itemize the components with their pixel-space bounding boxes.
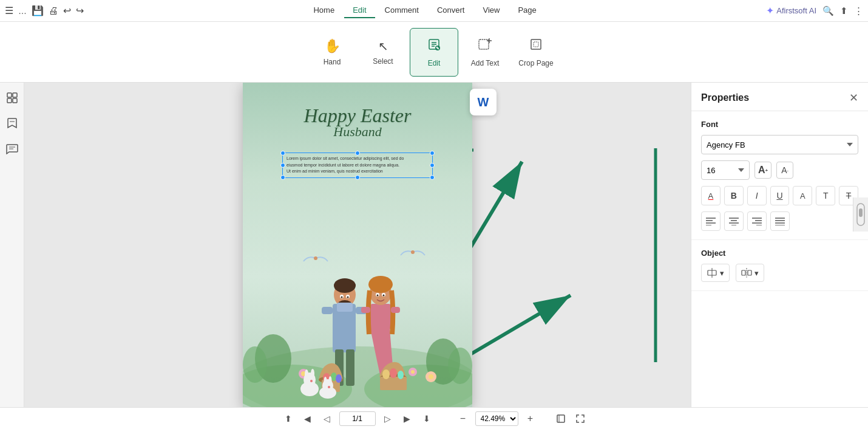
font-section-label: Font [701,120,858,129]
increase-font-size-button[interactable]: A+ [754,162,771,179]
resize-handle-bl[interactable] [280,175,285,180]
right-panel-scroll[interactable] [853,197,868,232]
font-family-select[interactable]: Agency FB Arial Times New Roman Calibri [701,135,858,154]
svg-point-60 [382,369,390,379]
svg-point-73 [305,369,308,379]
bold-icon: B [731,191,737,201]
font-family-row: Agency FB Arial Times New Roman Calibri [701,135,858,154]
distribute-dropdown-arrow: ▾ [754,269,759,278]
distribute-object-button[interactable]: ▾ [736,264,764,282]
redo-icon[interactable]: ↪ [76,5,84,16]
resize-handle-ml[interactable] [280,163,285,168]
crop-page-tool-label: Crop Page [518,59,553,67]
add-text-tool-button[interactable]: Add Text [461,28,509,77]
properties-panel: Properties ✕ Font Agency FB Arial Times … [691,83,868,407]
align-center-button[interactable] [724,211,744,231]
svg-point-46 [368,276,393,293]
text-style-button[interactable]: T [816,186,835,205]
sidebar-thumbnails-icon[interactable] [3,89,21,107]
italic-button[interactable]: I [747,186,767,205]
object-section: Object ▾ ▾ [691,240,868,291]
font-section: Font Agency FB Arial Times New Roman Cal… [691,111,868,240]
tab-convert[interactable]: Convert [429,3,473,18]
select-tool-button[interactable]: ↖ Select [359,28,407,77]
undo-icon[interactable]: ↩ [63,5,71,16]
hand-tool-button[interactable]: ✋ Hand [308,28,356,77]
ai-star-icon: ✦ [766,5,774,16]
resize-handle-mr[interactable] [430,163,435,168]
font-size-row: 16 8 10 12 14 18 24 36 48 72 A+ A- [701,160,858,180]
object-section-label: Object [701,249,858,258]
save-icon[interactable]: 💾 [32,5,44,16]
font-color-button[interactable]: A [701,186,721,205]
edit-tool-button[interactable]: ✎ Edit [410,28,458,77]
text-selection-box[interactable]: Lorem ipsum dolor sit amet, consectetur … [282,153,433,178]
print-icon[interactable]: 🖨 [49,5,58,16]
couple-illustration [243,201,472,407]
ai-button[interactable]: ✦ Afirstsoft AI [766,5,816,16]
underline-icon: U [776,191,782,201]
lorem-text-content: Lorem ipsum dolor sit amet, consectetur … [283,153,432,177]
svg-rect-9 [531,39,541,49]
distribute-object-icon [741,267,752,278]
next-button2[interactable]: ▷ [381,411,395,426]
edit-tool-label: Edit [428,59,441,67]
menu-bar: ☰ … 💾 🖨 ↩ ↪ Home Edit Comment Convert Vi… [0,0,868,22]
tab-comment[interactable]: Comment [376,3,427,18]
edit-icon: ✎ [427,37,441,55]
resize-handle-br[interactable] [430,175,435,180]
fullscreen-button[interactable] [573,411,588,426]
resize-handle-bm[interactable] [355,175,360,180]
sidebar-comments-icon[interactable] [3,140,21,158]
resize-handle-tl[interactable] [280,151,285,156]
more-icon[interactable]: … [18,6,27,16]
menu-dots-icon[interactable]: ⋮ [854,5,863,16]
strikethrough-icon: T [846,191,852,201]
svg-point-69 [314,256,317,260]
add-text-tool-label: Add Text [471,59,499,67]
tab-edit[interactable]: Edit [344,3,375,18]
last-page-button[interactable]: ⬇ [419,411,434,426]
card-background: Happy Easter Husband Lorem ipsum dolor s… [243,83,472,407]
crop-page-tool-button[interactable]: Crop Page [512,28,560,77]
svg-text:✎: ✎ [436,46,439,50]
text-color-button[interactable]: A [793,186,812,205]
hamburger-icon[interactable]: ☰ [5,5,13,16]
align-justify-icon [775,217,785,225]
svg-rect-43 [337,303,353,312]
word-badge-button[interactable]: W [470,89,497,115]
decrease-font-size-button[interactable]: A- [776,162,793,179]
upload-icon[interactable]: ⬆ [840,5,848,16]
search-icon[interactable]: 🔍 [822,5,834,16]
tab-home[interactable]: Home [305,3,343,18]
fit-page-icon [556,414,566,424]
svg-point-66 [411,370,415,374]
fit-page-button[interactable] [554,411,568,426]
tab-view[interactable]: View [474,3,508,18]
prev-button2[interactable]: ◁ [320,411,334,426]
first-page-button[interactable]: ⬆ [281,411,296,426]
sidebar-bookmarks-icon[interactable] [3,114,21,132]
text-color-icon: A [800,191,805,201]
align-left-button[interactable] [701,211,721,231]
svg-rect-99 [742,270,745,275]
prev-page-button[interactable]: ◀ [300,411,315,426]
underline-button[interactable]: U [770,186,790,205]
align-right-button[interactable] [747,211,767,231]
align-justify-button[interactable] [770,211,790,231]
svg-line-20 [467,162,522,253]
bold-button[interactable]: B [724,186,744,205]
align-object-button[interactable]: ▾ [701,264,730,282]
font-size-select[interactable]: 16 8 10 12 14 18 24 36 48 72 [701,160,750,180]
tab-page[interactable]: Page [509,3,544,18]
svg-rect-44 [370,304,391,329]
zoom-select[interactable]: 42.49% 50% 75% 100% 125% 150% 200% [475,411,518,426]
canvas-area[interactable]: Happy Easter Husband Lorem ipsum dolor s… [24,83,691,407]
page-input[interactable]: 1/1 [339,411,376,426]
resize-handle-tr[interactable] [430,151,435,156]
zoom-in-button[interactable]: + [523,411,538,426]
close-properties-button[interactable]: ✕ [849,91,858,105]
next-page-button[interactable]: ▶ [400,411,415,426]
resize-handle-tm[interactable] [355,151,360,156]
zoom-out-button[interactable]: − [456,411,470,426]
